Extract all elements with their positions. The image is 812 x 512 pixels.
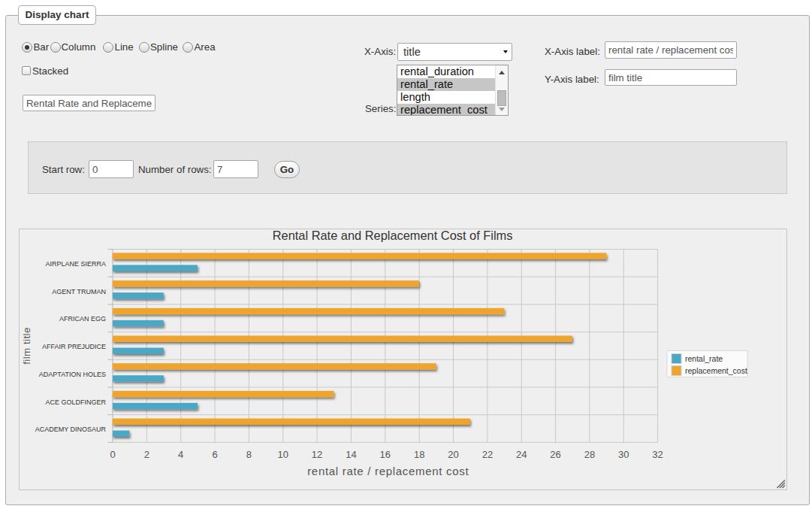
svg-text:rental_rate: rental_rate [685,354,723,363]
svg-text:10: 10 [278,449,288,460]
svg-text:4: 4 [178,449,183,460]
svg-text:rental rate / replacement cost: rental rate / replacement cost [307,465,469,477]
svg-text:ACE GOLDFINGER: ACE GOLDFINGER [45,398,106,406]
svg-text:24: 24 [516,449,527,460]
svg-text:14: 14 [346,449,356,460]
svg-text:replacement_cost: replacement_cost [685,366,747,375]
svg-text:32: 32 [652,449,663,460]
svg-text:26: 26 [550,449,560,460]
svg-text:ADAPTATION HOLES: ADAPTATION HOLES [39,371,106,378]
svg-text:22: 22 [482,449,493,460]
svg-text:AIRPLANE SIERRA: AIRPLANE SIERRA [45,260,106,268]
svg-text:6: 6 [212,449,217,460]
svg-text:16: 16 [380,449,391,460]
svg-text:28: 28 [584,449,595,460]
svg-text:30: 30 [618,449,629,460]
svg-text:18: 18 [414,449,424,460]
svg-text:ACADEMY DINOSAUR: ACADEMY DINOSAUR [35,426,107,433]
svg-text:2: 2 [144,449,149,460]
svg-text:12: 12 [312,449,322,460]
svg-text:AGENT TRUMAN: AGENT TRUMAN [52,288,106,295]
svg-text:Rental Rate and Replacement Co: Rental Rate and Replacement Cost of Film… [273,229,513,242]
svg-text:20: 20 [448,449,458,460]
svg-text:AFRICAN EGG: AFRICAN EGG [59,315,106,323]
svg-text:film title: film title [21,327,32,365]
svg-text:AFFAIR PREJUDICE: AFFAIR PREJUDICE [42,343,106,350]
svg-text:0: 0 [110,449,115,460]
svg-text:8: 8 [246,449,252,460]
